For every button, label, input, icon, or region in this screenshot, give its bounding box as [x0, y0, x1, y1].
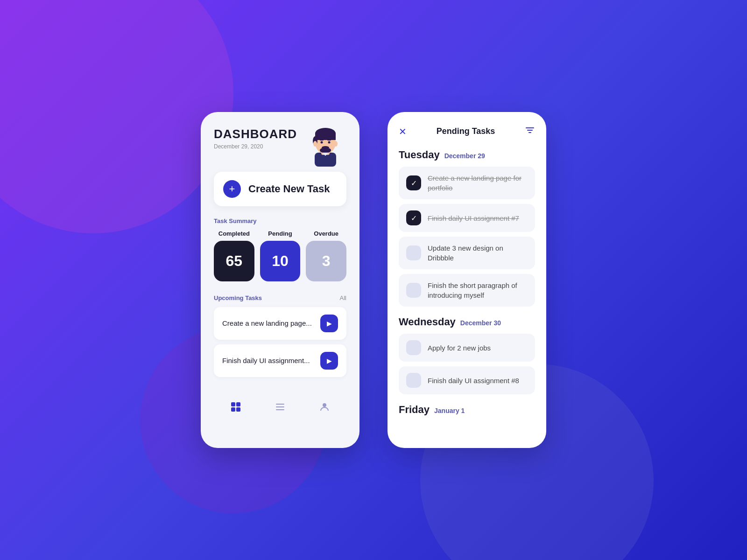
completed-count-box: 65	[214, 241, 254, 281]
svg-point-9	[328, 141, 331, 144]
pending-item-5: Finish daily UI assignment #8	[399, 366, 535, 394]
overdue-label: Overdue	[314, 230, 338, 237]
upcoming-all-link[interactable]: All	[340, 294, 346, 301]
bottom-nav	[214, 390, 346, 419]
svg-rect-17	[231, 407, 235, 412]
dashboard-title: DASHBOARD	[214, 127, 297, 141]
pending-item-1-text: Finish daily UI assignment #7	[428, 213, 519, 223]
day-group-wednesday: Wednesday December 30 Apply for 2 new jo…	[399, 316, 535, 394]
upcoming-header: Upcoming Tasks All	[214, 294, 346, 301]
screens-container: DASHBOARD December 29, 2020	[201, 112, 546, 448]
svg-point-22	[323, 403, 326, 407]
overdue-col: Overdue 3	[306, 230, 346, 281]
wednesday-name: Wednesday	[399, 316, 456, 328]
wednesday-header: Wednesday December 30	[399, 316, 535, 328]
nav-user-icon[interactable]	[315, 398, 334, 419]
checkbox-4[interactable]	[406, 340, 421, 355]
checkbox-3[interactable]	[406, 283, 421, 298]
pending-col: Pending 10	[260, 230, 301, 281]
tuesday-header: Tuesday December 29	[399, 149, 535, 161]
tuesday-date: December 29	[444, 152, 485, 160]
upcoming-task-1-text: Create a new landing page...	[222, 319, 312, 327]
upcoming-label: Upcoming Tasks	[214, 294, 262, 301]
friday-date: January 1	[434, 407, 465, 414]
avatar-svg	[304, 122, 346, 167]
avatar	[304, 122, 346, 164]
svg-rect-21	[276, 409, 284, 410]
svg-rect-4	[315, 133, 336, 140]
task-summary-label: Task Summary	[214, 217, 346, 224]
nav-list-icon[interactable]	[271, 398, 289, 419]
pending-item-1: ✓ Finish daily UI assignment #7	[399, 204, 535, 232]
pending-title: Pending Tasks	[437, 126, 495, 136]
play-button-2[interactable]: ▶	[320, 352, 338, 370]
checkbox-2[interactable]	[406, 245, 421, 260]
checkbox-0[interactable]: ✓	[406, 175, 421, 190]
completed-col: Completed 65	[214, 230, 254, 281]
dashboard-title-area: DASHBOARD December 29, 2020	[214, 127, 297, 150]
pending-count-box: 10	[260, 241, 301, 281]
svg-point-14	[313, 141, 317, 147]
play-button-1[interactable]: ▶	[320, 315, 338, 332]
pending-item-0: ✓ Create a new landing page for portfoli…	[399, 167, 535, 199]
bg-blob-1	[0, 0, 233, 233]
day-group-friday: Friday January 1	[399, 404, 535, 416]
wednesday-date: December 30	[460, 319, 501, 327]
svg-rect-18	[236, 407, 240, 412]
svg-point-13	[334, 141, 338, 147]
checkbox-5[interactable]	[406, 373, 421, 388]
svg-point-8	[321, 141, 323, 144]
friday-name: Friday	[399, 404, 430, 416]
pending-item-5-text: Finish daily UI assignment #8	[428, 376, 519, 385]
svg-rect-15	[231, 402, 235, 406]
pending-item-2: Update 3 new design on Dribbble	[399, 237, 535, 269]
day-group-tuesday: Tuesday December 29 ✓ Create a new landi…	[399, 149, 535, 307]
dashboard-card: DASHBOARD December 29, 2020	[201, 112, 359, 448]
tuesday-name: Tuesday	[399, 149, 440, 161]
pending-header: ✕ Pending Tasks	[399, 125, 535, 138]
svg-rect-10	[320, 140, 324, 140]
friday-header: Friday January 1	[399, 404, 535, 416]
upcoming-task-2-text: Finish daily UI assignment...	[222, 357, 310, 364]
pending-item-4-text: Apply for 2 new jobs	[428, 343, 491, 353]
checkbox-1[interactable]: ✓	[406, 210, 421, 225]
upcoming-task-1: Create a new landing page... ▶	[214, 307, 346, 340]
filter-icon[interactable]	[525, 125, 535, 138]
create-task-label: Create New Task	[248, 183, 330, 195]
task-summary-grid: Completed 65 Pending 10 Overdue 3	[214, 230, 346, 281]
overdue-count-box: 3	[306, 241, 346, 281]
nav-grid-icon[interactable]	[226, 398, 245, 419]
pending-item-3: Finish the short paragraph of introducin…	[399, 274, 535, 307]
pending-label: Pending	[268, 230, 292, 237]
pending-item-4: Apply for 2 new jobs	[399, 334, 535, 362]
plus-icon: +	[223, 180, 241, 198]
close-button[interactable]: ✕	[399, 126, 407, 137]
dashboard-header: DASHBOARD December 29, 2020	[214, 127, 346, 164]
pending-item-3-text: Finish the short paragraph of introducin…	[428, 280, 528, 300]
upcoming-task-2: Finish daily UI assignment... ▶	[214, 344, 346, 377]
completed-label: Completed	[218, 230, 250, 237]
svg-rect-16	[236, 402, 240, 406]
pending-item-2-text: Update 3 new design on Dribbble	[428, 243, 528, 263]
svg-rect-19	[276, 404, 284, 405]
dashboard-date: December 29, 2020	[214, 143, 297, 150]
create-task-button[interactable]: + Create New Task	[214, 172, 346, 206]
pending-tasks-card: ✕ Pending Tasks Tuesday December 29 ✓ Cr…	[388, 112, 546, 448]
pending-item-0-text: Create a new landing page for portfolio	[428, 173, 528, 193]
svg-rect-20	[276, 406, 284, 407]
svg-rect-11	[327, 140, 331, 140]
svg-point-7	[322, 146, 329, 149]
